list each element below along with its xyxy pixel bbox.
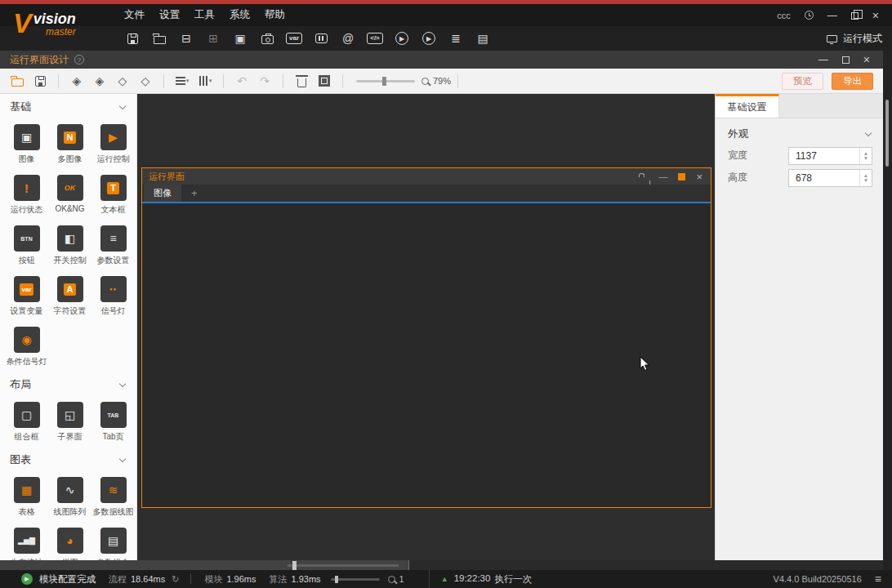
communication-icon[interactable]: @: [340, 29, 356, 47]
variable-icon[interactable]: var: [286, 29, 302, 47]
import-icon[interactable]: ⊞: [205, 29, 221, 47]
palette-item-signal-light[interactable]: ●● 信号灯: [91, 272, 135, 323]
move-down-icon[interactable]: ◇: [138, 72, 153, 90]
palette-item-pie-chart[interactable]: ◕ 饼图: [48, 523, 91, 560]
pie-chart-icon: ◕: [57, 528, 83, 554]
palette-section-layout-header[interactable]: 布局: [0, 373, 136, 396]
export-icon[interactable]: ⊟: [178, 29, 194, 47]
send-back-icon[interactable]: ◈: [92, 72, 107, 90]
palette-item-tab-page[interactable]: TAB Tab页: [91, 398, 135, 448]
param-setting-icon: ≡: [100, 225, 127, 252]
palette-item-param-group[interactable]: ▤ 参数组合: [91, 523, 135, 560]
move-up-icon[interactable]: ◇: [115, 72, 130, 90]
run-mode-button[interactable]: 运行模式: [827, 32, 892, 46]
palette-item-switch-control[interactable]: ◧ 开关控制: [48, 221, 91, 272]
palette-section-basic-header[interactable]: 基础: [0, 96, 136, 118]
save-icon[interactable]: [124, 29, 140, 47]
undo-icon[interactable]: ↶: [234, 72, 249, 90]
run-interface-canvas[interactable]: [142, 203, 711, 507]
palette-item-button[interactable]: BTN 按钮: [5, 221, 48, 272]
height-input[interactable]: ▲▼: [788, 169, 872, 187]
queue-icon[interactable]: ≣: [448, 29, 464, 47]
palette-item-multi-data-line-chart[interactable]: ≋ 多数据线图: [91, 473, 135, 523]
distribute-icon[interactable]: ▾: [198, 72, 212, 90]
zoom-icon[interactable]: [421, 78, 429, 85]
restore-button[interactable]: [851, 12, 859, 20]
palette-item-table[interactable]: ▦ 表格: [5, 473, 48, 523]
menu-system[interactable]: 系统: [230, 8, 250, 22]
logo-master-text: master: [33, 27, 76, 37]
help-icon[interactable]: ?: [74, 55, 84, 65]
appearance-section-header[interactable]: 外观: [716, 123, 883, 145]
hamburger-menu-icon[interactable]: ≡: [875, 572, 881, 586]
save-image-icon[interactable]: ▣: [232, 29, 248, 47]
run-interface-titlebar[interactable]: 运行界面 — ×: [142, 168, 711, 185]
minimize-button[interactable]: —: [827, 10, 837, 21]
palette-item-line-chart-array[interactable]: ∿ 线图阵列: [48, 473, 91, 523]
execute-once-icon[interactable]: ▲: [441, 575, 448, 583]
vertical-scrollbar[interactable]: [885, 100, 889, 167]
palette-item-text-box[interactable]: T 文本框: [91, 171, 135, 221]
open-icon[interactable]: [151, 29, 167, 47]
run-status-indicator[interactable]: ▶: [21, 573, 33, 585]
zoom-icon[interactable]: [388, 576, 395, 583]
palette-item-run-control[interactable]: ▶ 运行控制: [91, 120, 135, 171]
menu-file[interactable]: 文件: [124, 8, 145, 22]
palette-item-production-stats[interactable]: ▂▅▇ 生产统计: [5, 523, 48, 560]
bring-front-icon[interactable]: ◈: [69, 72, 84, 90]
align-icon[interactable]: ▾: [175, 72, 190, 90]
menu-help[interactable]: 帮助: [265, 8, 285, 22]
menu-tools[interactable]: 工具: [194, 8, 215, 22]
palette-item-ok-ng[interactable]: OK OK&NG: [48, 171, 91, 221]
add-tab-button[interactable]: +: [191, 187, 198, 199]
script-icon[interactable]: </>: [367, 29, 383, 47]
preview-button[interactable]: 预览: [782, 73, 823, 90]
palette-item-run-status[interactable]: ! 运行状态: [5, 171, 48, 221]
io-icon[interactable]: [313, 29, 329, 47]
camera-icon[interactable]: [259, 29, 275, 47]
width-input[interactable]: ▲▼: [788, 147, 872, 165]
properties-panel: 基础设置 外观 宽度 ▲▼ 高度 ▲▼: [715, 94, 883, 560]
report-icon[interactable]: ▤: [475, 29, 491, 47]
design-canvas[interactable]: 运行界面 — × 图像 +: [137, 94, 715, 560]
window-close-icon[interactable]: ×: [696, 171, 702, 183]
dialog-close-button[interactable]: ×: [863, 53, 870, 66]
redo-icon[interactable]: ↷: [257, 72, 272, 90]
delete-icon[interactable]: [294, 72, 309, 90]
palette-item-param-setting[interactable]: ≡ 参数设置: [91, 221, 135, 272]
zoom-slider[interactable]: [356, 80, 415, 82]
statusbar-zoom-slider[interactable]: [331, 578, 380, 581]
dialog-minimize-button[interactable]: —: [818, 54, 828, 65]
palette-item-group-box[interactable]: ▢ 组合框: [5, 398, 48, 448]
refresh-icon[interactable]: ↻: [172, 574, 179, 585]
menu-settings[interactable]: 设置: [159, 8, 180, 22]
palette-item-char-setting[interactable]: A 字符设置: [48, 272, 91, 323]
spinner-icon[interactable]: ▲▼: [859, 170, 872, 186]
open-layout-icon[interactable]: [10, 72, 25, 90]
main-titlebar: 文件 设置 工具 系统 帮助 ccc — ×: [0, 4, 892, 26]
palette-item-conditional-signal-light[interactable]: ◉ 条件信号灯: [5, 323, 48, 373]
statusbar-zoom-handle[interactable]: [335, 576, 338, 583]
run-once-icon[interactable]: ▶: [421, 29, 437, 47]
run-icon[interactable]: ▶: [394, 29, 410, 47]
palette-item-set-variable[interactable]: var 设置变量: [5, 272, 48, 323]
palette-item-sub-page[interactable]: ◱ 子界面: [48, 398, 91, 448]
chevron-down-icon: [865, 129, 872, 136]
export-button[interactable]: 导出: [832, 73, 873, 90]
dialog-maximize-button[interactable]: [842, 56, 850, 64]
zoom-slider-handle[interactable]: [382, 77, 386, 86]
tab-basic-settings[interactable]: 基础设置: [716, 94, 779, 118]
palette-item-multi-image[interactable]: N 多图像: [48, 120, 91, 171]
tab-image[interactable]: 图像: [144, 185, 181, 202]
fit-view-icon[interactable]: [317, 72, 332, 90]
spinner-icon[interactable]: ▲▼: [859, 148, 872, 164]
background-zoom-slider[interactable]: [288, 564, 399, 567]
close-button[interactable]: ×: [872, 9, 879, 22]
save-layout-icon[interactable]: [33, 72, 47, 90]
background-zoom-handle[interactable]: [292, 561, 297, 570]
clock-icon[interactable]: [805, 11, 814, 20]
palette-section-chart-header[interactable]: 图表: [0, 448, 136, 471]
window-minimize-icon[interactable]: —: [658, 172, 667, 181]
palette-item-image[interactable]: ▣ 图像: [5, 120, 48, 171]
window-maximize-icon[interactable]: [678, 173, 685, 180]
